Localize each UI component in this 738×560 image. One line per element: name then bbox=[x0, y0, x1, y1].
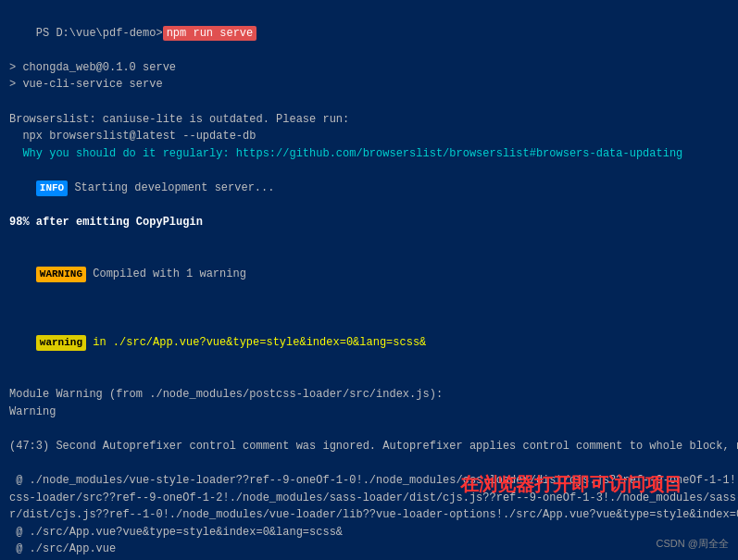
browserslist-line: Browserslist: caniuse-lite is outdated. … bbox=[9, 111, 729, 129]
at-line-3: r/dist/cjs.js??ref--1-0!./node_modules/v… bbox=[9, 506, 729, 524]
at-line-5: @ ./src/App.vue bbox=[9, 541, 729, 558]
blank-6 bbox=[9, 454, 729, 472]
autoprefixer-line: (47:3) Second Autoprefixer control comme… bbox=[9, 438, 729, 455]
ps-prompt: PS D:\vue\pdf-demo> bbox=[36, 27, 163, 40]
blank-3 bbox=[9, 300, 729, 317]
terminal-window: PS D:\vue\pdf-demo>npm run serve > chong… bbox=[0, 0, 738, 560]
csdn-watermark: CSDN @周全全 bbox=[657, 537, 729, 551]
output-line-2: > vue-cli-service serve bbox=[9, 76, 729, 93]
npx-line: npx browserslist@latest --update-db bbox=[9, 128, 729, 145]
why-line: Why you should do it regularly: https://… bbox=[9, 145, 729, 163]
warning-text-line: Warning bbox=[9, 404, 729, 421]
blank-1 bbox=[9, 93, 729, 111]
output-line-1: > chongda_web@0.1.0 serve bbox=[9, 59, 729, 77]
chinese-annotation: 在浏览器打开即可访问项目 bbox=[460, 472, 682, 497]
npm-command: npm run serve bbox=[163, 26, 257, 41]
module-warning-line: Module Warning (from ./node_modules/post… bbox=[9, 386, 729, 404]
blank-4 bbox=[9, 368, 729, 386]
warning-lower-line: warning in ./src/App.vue?vue&type=style&… bbox=[9, 317, 729, 369]
info-line: INFO Starting development server... bbox=[9, 162, 729, 214]
blank-2 bbox=[9, 231, 729, 249]
blank-5 bbox=[9, 420, 729, 438]
warning-lower-badge: warning bbox=[36, 335, 86, 351]
warning-badge: WARNING bbox=[36, 267, 86, 282]
prompt-line: PS D:\vue\pdf-demo>npm run serve bbox=[9, 7, 729, 59]
info-badge: INFO bbox=[36, 180, 68, 196]
at-line-4: @ ./src/App.vue?vue&type=style&index=0&l… bbox=[9, 524, 729, 541]
warning-line: WARNING Compiled with 1 warning bbox=[9, 248, 729, 300]
percent-line: 98% after emitting CopyPlugin bbox=[9, 214, 729, 231]
